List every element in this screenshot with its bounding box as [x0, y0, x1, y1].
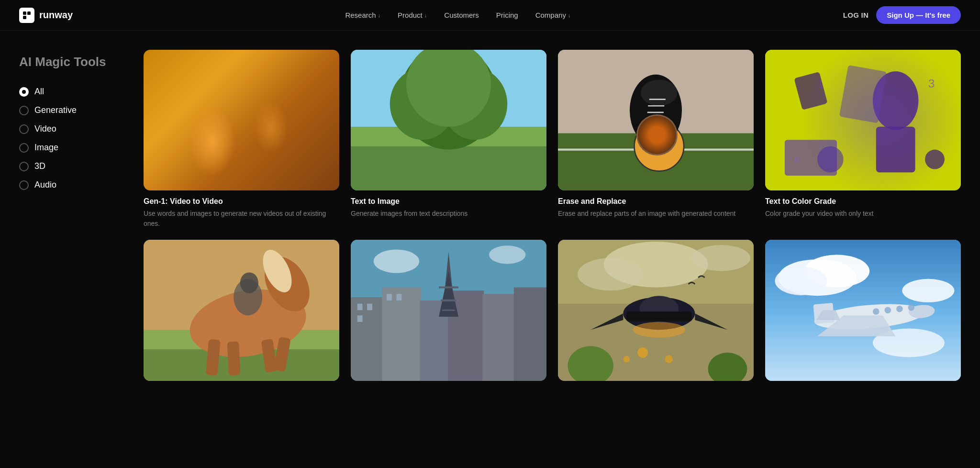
svg-marker-16	[646, 127, 672, 152]
card-image-horse	[144, 240, 339, 380]
card-text-color-grade[interactable]: 6 3 1 Text to Color Grade Color grade yo…	[765, 50, 961, 228]
svg-rect-54	[357, 304, 363, 311]
content-area: Gen-1: Video to Video Use words and imag…	[144, 50, 961, 449]
sidebar-title: AI Magic Tools	[19, 55, 124, 69]
svg-text:1: 1	[817, 78, 823, 90]
card-desc-gen1: Use words and images to generate new vid…	[144, 209, 339, 228]
card-image-text-to-image	[351, 50, 546, 190]
card-horse[interactable]	[144, 240, 339, 390]
nav-pricing[interactable]: Pricing	[490, 8, 525, 22]
card-paris[interactable]	[351, 240, 546, 390]
card-text-to-image[interactable]: Text to Image Generate images from text …	[351, 50, 546, 228]
svg-rect-29	[839, 65, 887, 123]
nav-product[interactable]: Product ↓	[391, 8, 434, 22]
cards-grid: Gen-1: Video to Video Use words and imag…	[144, 50, 961, 390]
svg-rect-58	[396, 294, 401, 301]
nav-customers[interactable]: Customers	[437, 8, 486, 22]
svg-rect-0	[23, 11, 26, 15]
signup-button[interactable]: Sign Up — It's free	[876, 6, 961, 24]
svg-rect-73	[626, 312, 691, 321]
filter-radio-3d	[19, 162, 29, 171]
nav-company[interactable]: Company ↓	[529, 8, 578, 22]
svg-point-45	[240, 272, 258, 293]
card-airplane[interactable]	[765, 240, 961, 390]
filter-3d[interactable]: 3D	[19, 161, 124, 171]
svg-rect-57	[387, 294, 392, 301]
logo-text: runway	[39, 10, 73, 21]
svg-point-79	[637, 347, 648, 358]
filter-list: All Generative Video Image 3D Audio	[19, 87, 124, 190]
card-title-erase-replace: Erase and Replace	[558, 197, 754, 206]
card-desc-erase-replace: Erase and replace parts of an image with…	[558, 209, 754, 218]
sidebar: AI Magic Tools All Generative Video Imag…	[19, 50, 124, 449]
svg-point-81	[623, 356, 630, 363]
card-image-airplane	[765, 240, 961, 380]
filter-image[interactable]: Image	[19, 143, 124, 153]
svg-point-95	[884, 307, 891, 313]
card-gen1[interactable]: Gen-1: Video to Video Use words and imag…	[144, 50, 339, 228]
svg-point-96	[896, 306, 903, 312]
svg-rect-27	[794, 72, 827, 110]
svg-point-30	[925, 150, 945, 169]
card-desc-text-color-grade: Color grade your video with only text	[765, 209, 961, 218]
filter-radio-audio	[19, 180, 29, 190]
logo[interactable]: runway	[19, 8, 73, 23]
svg-point-86	[775, 267, 827, 295]
svg-point-24	[873, 71, 918, 130]
svg-text:3: 3	[928, 77, 935, 90]
card-title-text-to-image: Text to Image	[351, 197, 546, 206]
navbar: runway Research ↓ Product ↓ Customers Pr…	[0, 0, 980, 31]
card-title-gen1: Gen-1: Video to Video	[144, 197, 339, 206]
svg-point-64	[374, 250, 419, 273]
main-layout: AI Magic Tools All Generative Video Imag…	[0, 31, 980, 468]
svg-point-28	[817, 146, 844, 173]
filter-all[interactable]: All	[19, 87, 124, 97]
filter-radio-all	[19, 87, 29, 97]
filter-radio-video	[19, 124, 29, 134]
logo-icon	[19, 8, 34, 23]
chevron-down-icon: ↓	[378, 12, 381, 18]
nav-links: Research ↓ Product ↓ Customers Pricing C…	[338, 8, 577, 22]
chevron-down-icon: ↓	[568, 12, 571, 18]
filter-video[interactable]: Video	[19, 124, 124, 134]
svg-rect-1	[27, 11, 31, 15]
svg-text:6: 6	[794, 155, 800, 165]
card-image-text-color-grade: 6 3 1	[765, 50, 961, 190]
card-erase-replace[interactable]: Erase and Replace Erase and replace part…	[558, 50, 754, 228]
nav-actions: LOG IN Sign Up — It's free	[843, 6, 961, 24]
login-button[interactable]: LOG IN	[843, 11, 869, 19]
filter-radio-image	[19, 143, 29, 153]
svg-point-69	[578, 258, 643, 290]
filter-generative[interactable]: Generative	[19, 105, 124, 115]
filter-audio[interactable]: Audio	[19, 180, 124, 190]
svg-point-19	[641, 80, 677, 106]
svg-point-65	[489, 245, 525, 264]
svg-rect-25	[876, 127, 915, 172]
svg-rect-23	[765, 50, 961, 190]
svg-rect-49	[382, 288, 421, 381]
svg-point-80	[665, 355, 673, 363]
chevron-down-icon: ↓	[424, 12, 427, 18]
card-image-gen1	[144, 50, 339, 190]
svg-point-97	[908, 304, 915, 311]
svg-rect-56	[357, 315, 363, 322]
card-desc-text-to-image: Generate images from text descriptions	[351, 209, 546, 218]
svg-point-87	[902, 279, 954, 302]
svg-rect-55	[367, 304, 372, 311]
nav-research[interactable]: Research ↓	[338, 8, 387, 22]
svg-rect-52	[482, 294, 515, 380]
svg-point-70	[691, 245, 750, 271]
card-image-erase-replace	[558, 50, 754, 190]
card-image-flying	[558, 240, 754, 380]
filter-radio-generative	[19, 106, 29, 115]
svg-point-94	[873, 308, 880, 315]
card-image-paris	[351, 240, 546, 380]
svg-rect-41	[227, 341, 241, 376]
card-flying[interactable]	[558, 240, 754, 390]
svg-point-76	[633, 322, 685, 338]
svg-rect-2	[23, 16, 26, 19]
card-title-text-color-grade: Text to Color Grade	[765, 197, 961, 206]
svg-rect-53	[514, 288, 546, 381]
svg-rect-26	[785, 140, 837, 176]
